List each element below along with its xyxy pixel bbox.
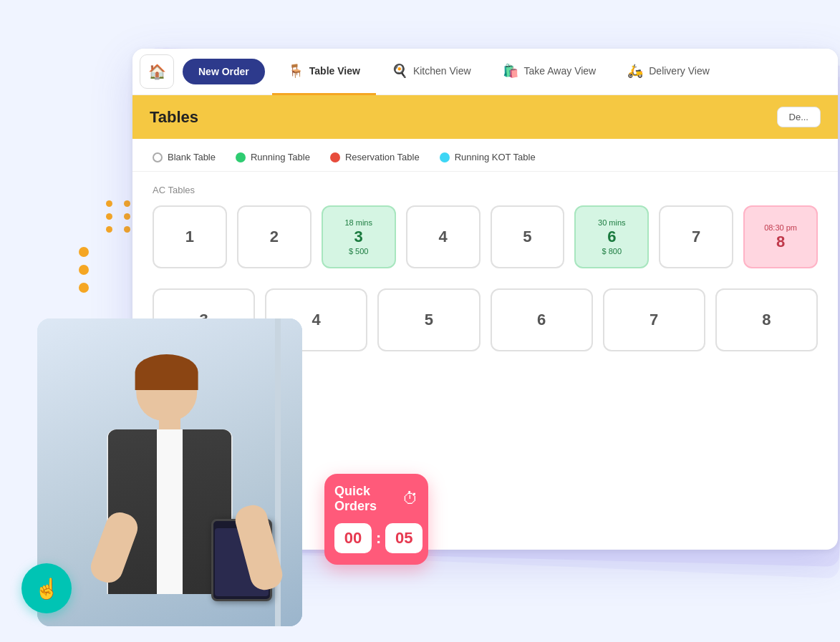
table-6b-num: 6: [537, 311, 546, 329]
delivery-button[interactable]: De...: [777, 107, 821, 127]
person-image: [37, 318, 302, 626]
new-order-button[interactable]: New Order: [183, 59, 265, 84]
legend-blank-label: Blank Table: [168, 152, 216, 162]
section-header: Tables De...: [132, 95, 838, 139]
table-3-time: 18 mins: [344, 218, 372, 227]
tab-kitchen-view[interactable]: 🍳 Kitchen View: [376, 49, 487, 95]
table-2-num: 2: [270, 228, 279, 245]
table-4[interactable]: 4: [406, 205, 481, 268]
legend-running-kot-label: Running KOT Table: [455, 152, 536, 162]
legend-reservation-label: Reservation Table: [345, 152, 420, 162]
table-8-time: 08:30 pm: [764, 223, 797, 232]
quick-orders-timer: 00 : 05: [334, 523, 418, 553]
table-1[interactable]: 1: [153, 205, 227, 268]
table-3-amount: $ 500: [349, 247, 369, 256]
tab-delivery-view[interactable]: 🛵 Delivery View: [612, 49, 725, 95]
legend-blank: Blank Table: [153, 152, 216, 162]
table-6b[interactable]: 6: [491, 288, 593, 351]
quick-orders-title: QuickOrders: [334, 484, 377, 515]
table-4b-num: 4: [312, 311, 321, 329]
quick-orders-timer-icon: ⏱: [402, 490, 418, 508]
table-1-num: 1: [185, 228, 194, 245]
person-placeholder: [37, 318, 302, 626]
table-6[interactable]: 30 mins 6 $ 800: [574, 205, 649, 268]
tables-grid-row1: 1 2 18 mins 3 $ 500 4 5 30 mins: [153, 205, 818, 268]
legend-running-label: Running Table: [251, 152, 310, 162]
legend-dot-running-kot: [440, 152, 450, 162]
touch-button[interactable]: ☝️: [21, 563, 72, 613]
timer-separator: :: [376, 529, 381, 548]
legend-dot-blank: [153, 152, 163, 162]
kitchen-view-icon: 🍳: [392, 63, 407, 79]
home-button[interactable]: 🏠: [140, 54, 174, 89]
table-2[interactable]: 2: [237, 205, 312, 268]
table-6-amount: $ 800: [602, 247, 622, 256]
tab-table-view[interactable]: 🪑 Table View: [272, 49, 376, 95]
timer-hours: 00: [334, 523, 372, 553]
table-5[interactable]: 5: [491, 205, 565, 268]
table-5-num: 5: [523, 228, 531, 245]
table-3-num: 3: [354, 228, 363, 245]
table-3[interactable]: 18 mins 3 $ 500: [322, 205, 396, 268]
timer-minutes: 05: [385, 523, 423, 553]
legend-running-kot: Running KOT Table: [440, 152, 536, 162]
tab-takeaway-view-label: Take Away View: [524, 65, 597, 77]
legend-dot-reservation: [330, 152, 340, 162]
tab-table-view-label: Table View: [309, 65, 360, 77]
nav-tabs: 🪑 Table View 🍳 Kitchen View 🛍️ Take Away…: [272, 49, 725, 94]
table-7b-num: 7: [650, 311, 658, 329]
table-5b-num: 5: [425, 311, 433, 329]
table-8-num: 8: [776, 233, 785, 251]
tab-delivery-view-label: Delivery View: [649, 65, 710, 77]
quick-orders-header: QuickOrders ⏱: [334, 484, 418, 515]
table-4-num: 4: [438, 228, 447, 245]
table-7[interactable]: 7: [659, 205, 733, 268]
table-8[interactable]: 08:30 pm 8: [743, 205, 818, 268]
table-6-num: 6: [607, 228, 616, 245]
table-8b[interactable]: 8: [715, 288, 818, 351]
table-5b[interactable]: 5: [377, 288, 480, 351]
legend-running: Running Table: [236, 152, 310, 162]
legend-reservation: Reservation Table: [330, 152, 420, 162]
nav-bar: 🏠 New Order 🪑 Table View 🍳 Kitchen View …: [132, 49, 838, 95]
section-title: Tables: [150, 108, 198, 127]
legend: Blank Table Running Table Reservation Ta…: [132, 139, 838, 172]
quick-orders-widget[interactable]: QuickOrders ⏱ 00 : 05: [324, 474, 428, 565]
touch-icon: ☝️: [34, 577, 59, 600]
table-7b[interactable]: 7: [603, 288, 705, 351]
delivery-view-icon: 🛵: [627, 63, 643, 79]
tab-kitchen-view-label: Kitchen View: [413, 65, 471, 77]
home-icon: 🏠: [148, 63, 166, 80]
takeaway-view-icon: 🛍️: [503, 63, 518, 79]
table-7-num: 7: [692, 228, 700, 245]
table-view-icon: 🪑: [288, 63, 304, 79]
ac-tables-label: AC Tables: [153, 185, 818, 195]
table-6-time: 30 mins: [598, 218, 626, 227]
table-8b-num: 8: [762, 311, 771, 329]
tab-takeaway-view[interactable]: 🛍️ Take Away View: [487, 49, 612, 95]
legend-dot-running: [236, 152, 246, 162]
